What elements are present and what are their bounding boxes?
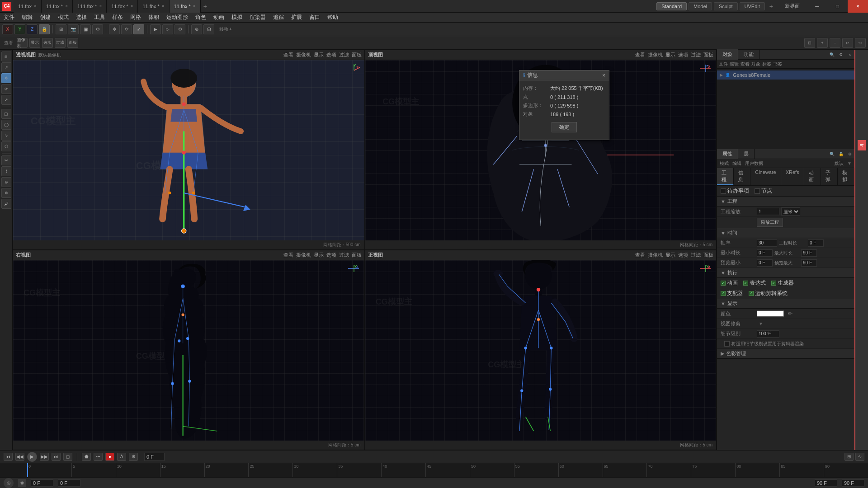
proj-dur-input[interactable] (808, 239, 824, 247)
vp-bl-menu-1[interactable]: 查看 (283, 252, 293, 258)
vp-bl-menu-3[interactable]: 显示 (314, 252, 324, 258)
tool-magnet[interactable]: ⊗ (1, 188, 11, 198)
sec-options[interactable]: 选项 (42, 38, 53, 48)
info-dialog-close[interactable]: × (602, 72, 605, 79)
prop-tab-project[interactable]: 工程 (717, 168, 734, 185)
vp-tr-menu-1[interactable]: 查看 (635, 52, 645, 58)
cb-dom[interactable]: ✓ 支配器 (721, 290, 743, 297)
prop-tab-bullet[interactable]: 子弹 (821, 168, 838, 185)
obj-menu-file[interactable]: 文件 (719, 61, 728, 67)
color-edit-btn[interactable]: ✏ (786, 310, 795, 318)
tab-2[interactable]: 11.fbx * × (42, 0, 73, 13)
vp-tl-menu-2[interactable]: 摄像机 (296, 52, 311, 58)
tl-stop-btn[interactable]: ◻ (63, 453, 72, 461)
vp-br-menu-6[interactable]: 面板 (703, 252, 713, 258)
vp-bl-menu-5[interactable]: 过滤 (339, 252, 349, 258)
menu-help[interactable]: 帮助 (324, 13, 342, 23)
obj-settings-btn[interactable]: ⚙ (836, 51, 845, 59)
tab-4[interactable]: 11.fbx * × (107, 0, 138, 13)
tl-key-btn[interactable]: ⬟ (82, 453, 91, 461)
viewport-front[interactable]: 正视图 查看 摄像机 显示 选项 过滤 面板 CG模型主 CG模型主 (365, 250, 717, 450)
lod-input[interactable] (757, 330, 779, 338)
zoom-out-btn[interactable]: - (830, 38, 840, 48)
tool-polygon[interactable]: ⬡ (1, 141, 11, 151)
menu-file[interactable]: 文件 (0, 13, 18, 23)
vp-tl-menu-3[interactable]: 显示 (314, 52, 324, 58)
prop-tab-cineware[interactable]: Cineware (750, 168, 781, 185)
vp-tl-menu-4[interactable]: 选项 (326, 52, 336, 58)
sec-display[interactable]: 显示 (29, 38, 40, 48)
tab-1[interactable]: 11.fbx × (14, 0, 42, 13)
menu-mograph[interactable]: 运动图形 (163, 13, 192, 23)
add-workspace-btn[interactable]: + (767, 3, 776, 10)
vp-bl-menu-4[interactable]: 选项 (326, 252, 336, 258)
menu-anim[interactable]: 动画 (210, 13, 228, 23)
tl-next-btn[interactable]: ▶▶ (40, 453, 49, 461)
viewport-perspective[interactable]: 透视视图 默认摄像机 查看 摄像机 显示 选项 过滤 面板 CG模型主 CG模型… (13, 50, 365, 250)
display-btn[interactable]: ▣ (80, 24, 91, 34)
tab-6[interactable]: 11.fbx * × (170, 0, 201, 13)
single-view-btn[interactable]: ⊞ (56, 24, 66, 34)
display-collapse[interactable]: ▼ (721, 301, 726, 306)
cb-dom-box[interactable]: ✓ (721, 291, 726, 296)
tl-icon1[interactable]: ⊞ (844, 453, 854, 461)
ws-tab-sculpt[interactable]: Sculpt (714, 2, 738, 10)
maxlen-input[interactable] (801, 249, 817, 257)
tl-prev-btn[interactable]: ◀◀ (15, 453, 24, 461)
status-frame2-input[interactable] (58, 479, 80, 487)
tool-bridge[interactable]: ⌇ (1, 166, 11, 176)
scale-input[interactable] (757, 208, 779, 215)
tl-play-btn[interactable]: ▶ (27, 452, 37, 462)
vp-bl-menu-2[interactable]: 摄像机 (296, 252, 311, 258)
tab-5[interactable]: 11.fbx * × (138, 0, 169, 13)
close-btn[interactable]: × (848, 0, 868, 13)
prop-tab-layer[interactable]: 层 (738, 149, 755, 160)
vp-br-menu-1[interactable]: 查看 (635, 252, 645, 258)
status-end2-input[interactable] (842, 479, 864, 487)
menu-edit[interactable]: 编辑 (18, 13, 36, 23)
viewport-bl-content[interactable]: CG模型主 CG模型主 (13, 260, 364, 441)
status-keyframe-btn[interactable]: ⬟ (18, 479, 26, 487)
undo-view-btn[interactable]: ↩ (842, 38, 853, 48)
cb-moclip[interactable]: ✓ 运动剪辑系统 (749, 290, 788, 297)
far-right-ir-btn[interactable]: Ir (858, 140, 866, 150)
obj-menu-edit[interactable]: 编辑 (730, 61, 739, 67)
tool-move[interactable]: ✥ (1, 73, 11, 83)
tab-objects[interactable]: 对象 (717, 49, 738, 60)
options-btn[interactable]: ⚙ (92, 24, 103, 34)
tree-root[interactable]: ▶ 👤 Genesis8Female (717, 70, 854, 80)
menu-extend[interactable]: 扩展 (288, 13, 306, 23)
vp-br-menu-2[interactable]: 摄像机 (648, 252, 663, 258)
snap-btn[interactable]: ⊕ (191, 24, 202, 34)
menu-character[interactable]: 角色 (192, 13, 210, 23)
obj-menu-tags[interactable]: 标签 (762, 61, 771, 67)
tool-rotate[interactable]: ⟳ (1, 84, 11, 94)
vp-tl-menu-5[interactable]: 过滤 (339, 52, 349, 58)
vp-bl-menu-6[interactable]: 面板 (352, 252, 362, 258)
lod-cb-box[interactable] (724, 341, 730, 347)
minlen-input[interactable] (757, 249, 773, 257)
vp-tr-menu-4[interactable]: 选项 (678, 52, 688, 58)
menu-track[interactable]: 追踪 (269, 13, 288, 23)
prevmax-input[interactable] (801, 259, 817, 267)
timeline-ruler[interactable]: 0 5 10 15 20 25 30 35 40 45 50 55 60 65 … (0, 463, 868, 477)
viewport-tl-content[interactable]: CG模型主 CG模型主 (13, 60, 364, 240)
tool-brush[interactable]: 🖌 (1, 199, 11, 209)
cb-gen-box[interactable]: ✓ (771, 281, 776, 286)
menu-mode[interactable]: 模式 (54, 13, 72, 23)
cb-todo-box[interactable] (721, 188, 726, 194)
rotate-btn[interactable]: ⟳ (121, 24, 132, 34)
tl-motion-btn[interactable]: 〜 (94, 453, 103, 461)
cb-todo[interactable]: 待办事项 (721, 187, 749, 195)
colormgmt-collapse[interactable]: ▶ (721, 351, 724, 357)
sec-cam[interactable]: 摄像机 (17, 38, 28, 48)
cb-nodes-box[interactable] (755, 188, 760, 194)
scale-unit-select[interactable]: 厘米 (781, 207, 800, 216)
maximize-btn[interactable]: □ (827, 0, 848, 13)
vp-br-menu-5[interactable]: 过滤 (691, 252, 701, 258)
render-view-btn[interactable]: ▶ (150, 24, 161, 34)
vp-tr-menu-2[interactable]: 摄像机 (648, 52, 663, 58)
frame-all-btn[interactable]: ⊡ (804, 38, 815, 48)
obj-menu-bookmarks[interactable]: 书签 (773, 61, 782, 67)
obj-menu-objects[interactable]: 对象 (751, 61, 760, 67)
